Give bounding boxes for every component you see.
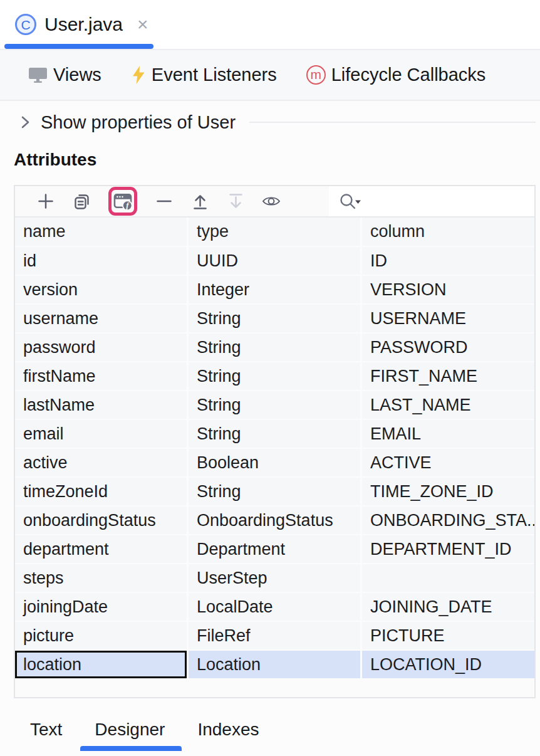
cell-type[interactable]: String: [189, 420, 362, 449]
active-bottom-tab-underline: [80, 746, 182, 751]
show-properties-section[interactable]: Show properties of User: [0, 101, 540, 144]
cell-column[interactable]: PASSWORD: [362, 333, 534, 362]
event-listeners-button[interactable]: Event Listeners: [131, 65, 277, 85]
cell-name[interactable]: username: [15, 305, 189, 333]
cell-name[interactable]: lastName: [15, 391, 189, 420]
table-row-username[interactable]: username String USERNAME: [15, 305, 534, 333]
search-icon[interactable]: [338, 192, 363, 211]
cell-type[interactable]: String: [189, 305, 362, 333]
search-input[interactable]: [329, 186, 534, 216]
tab-designer[interactable]: Designer: [95, 720, 165, 740]
table-row-department[interactable]: department Department DEPARTMENT_ID: [15, 535, 534, 564]
table-empty-area: [15, 680, 534, 697]
table-row-onboardingStatus[interactable]: onboardingStatus OnboardingStatus ONBOAR…: [15, 507, 534, 535]
views-button[interactable]: Views: [28, 65, 101, 85]
table-row-id[interactable]: id UUID ID: [15, 247, 534, 276]
cell-name[interactable]: picture: [15, 622, 189, 651]
cell-type[interactable]: String: [189, 333, 362, 362]
cell-column[interactable]: PICTURE: [362, 622, 534, 651]
cell-name[interactable]: password: [15, 333, 189, 362]
copy-icon[interactable]: [72, 192, 91, 211]
move-down-icon[interactable]: [226, 192, 245, 211]
attributes-toolbar: f: [15, 186, 534, 218]
lifecycle-callbacks-button[interactable]: m Lifecycle Callbacks: [306, 65, 486, 85]
entity-sections-bar: Views Event Listeners m Lifecycle Callba…: [0, 50, 540, 101]
table-row-active[interactable]: active Boolean ACTIVE: [15, 449, 534, 478]
cell-type[interactable]: FileRef: [189, 622, 362, 651]
show-properties-label: Show properties of User: [41, 112, 236, 133]
table-row-version[interactable]: version Integer VERSION: [15, 276, 534, 305]
lifecycle-callbacks-icon: m: [306, 65, 326, 85]
cell-type[interactable]: UUID: [189, 247, 362, 276]
tab-indexes[interactable]: Indexes: [197, 720, 259, 740]
cell-column[interactable]: DEPARTMENT_ID: [362, 535, 534, 564]
attributes-heading: Attributes: [14, 150, 540, 170]
highlight-box: f: [108, 187, 137, 216]
cell-column[interactable]: JOINING_DATE: [362, 593, 534, 622]
tab-text[interactable]: Text: [30, 720, 62, 740]
cell-type[interactable]: String: [189, 478, 362, 507]
active-tab-underline: [4, 44, 153, 49]
add-icon[interactable]: [36, 192, 55, 211]
cell-name[interactable]: joiningDate: [15, 593, 189, 622]
cell-column[interactable]: LAST_NAME: [362, 391, 534, 420]
table-row-location-selected[interactable]: location Location LOCATION_ID: [15, 651, 534, 680]
cell-column[interactable]: VERSION: [362, 276, 534, 305]
cell-type[interactable]: String: [189, 362, 362, 391]
table-row-firstName[interactable]: firstName String FIRST_NAME: [15, 362, 534, 391]
cell-name[interactable]: timeZoneId: [15, 478, 189, 507]
cell-column[interactable]: [362, 564, 534, 593]
cell-column[interactable]: ID: [362, 247, 534, 276]
add-attribute-form-icon[interactable]: f: [113, 192, 132, 211]
table-header-row: name type column: [15, 218, 534, 247]
section-divider: [249, 122, 536, 123]
table-row-steps[interactable]: steps UserStep: [15, 564, 534, 593]
tab-user-java[interactable]: C User.java ×: [0, 0, 148, 49]
cell-type[interactable]: UserStep: [189, 564, 362, 593]
cell-column[interactable]: LOCATION_ID: [362, 651, 534, 680]
column-header-column[interactable]: column: [362, 218, 534, 247]
view-icon[interactable]: [262, 192, 281, 211]
cell-column[interactable]: TIME_ZONE_ID: [362, 478, 534, 507]
cell-name[interactable]: onboardingStatus: [15, 507, 189, 535]
cell-type[interactable]: Department: [189, 535, 362, 564]
cell-name[interactable]: email: [15, 420, 189, 449]
cell-column[interactable]: EMAIL: [362, 420, 534, 449]
cell-column[interactable]: ACTIVE: [362, 449, 534, 478]
cell-name[interactable]: active: [15, 449, 189, 478]
editor-view-tabs: Text Designer Indexes: [0, 698, 540, 751]
cell-column[interactable]: USERNAME: [362, 305, 534, 333]
table-row-lastName[interactable]: lastName String LAST_NAME: [15, 391, 534, 420]
cell-type[interactable]: Boolean: [189, 449, 362, 478]
attributes-table-panel: f: [14, 185, 536, 698]
cell-type[interactable]: OnboardingStatus: [189, 507, 362, 535]
java-class-icon: C: [15, 14, 36, 35]
cell-type[interactable]: String: [189, 391, 362, 420]
cell-type[interactable]: LocalDate: [189, 593, 362, 622]
move-up-icon[interactable]: [190, 192, 209, 211]
table-row-email[interactable]: email String EMAIL: [15, 420, 534, 449]
views-label: Views: [53, 65, 101, 85]
chevron-right-icon[interactable]: [20, 114, 31, 130]
cell-column[interactable]: FIRST_NAME: [362, 362, 534, 391]
table-row-password[interactable]: password String PASSWORD: [15, 333, 534, 362]
table-row-timeZoneId[interactable]: timeZoneId String TIME_ZONE_ID: [15, 478, 534, 507]
editor-tab-bar: C User.java ×: [0, 0, 540, 50]
column-header-name[interactable]: name: [15, 218, 189, 247]
cell-name[interactable]: firstName: [15, 362, 189, 391]
cell-name-focused[interactable]: location: [15, 651, 189, 680]
table-row-picture[interactable]: picture FileRef PICTURE: [15, 622, 534, 651]
event-listeners-label: Event Listeners: [152, 65, 277, 85]
cell-name[interactable]: version: [15, 276, 189, 305]
event-listeners-icon: [131, 65, 146, 85]
cell-name[interactable]: steps: [15, 564, 189, 593]
cell-type[interactable]: Integer: [189, 276, 362, 305]
cell-column[interactable]: ONBOARDING_STA...: [362, 507, 534, 535]
remove-icon[interactable]: [155, 192, 174, 211]
cell-type[interactable]: Location: [189, 651, 362, 680]
table-row-joiningDate[interactable]: joiningDate LocalDate JOINING_DATE: [15, 593, 534, 622]
cell-name[interactable]: department: [15, 535, 189, 564]
cell-name[interactable]: id: [15, 247, 189, 276]
close-icon[interactable]: ×: [137, 15, 148, 34]
column-header-type[interactable]: type: [189, 218, 362, 247]
